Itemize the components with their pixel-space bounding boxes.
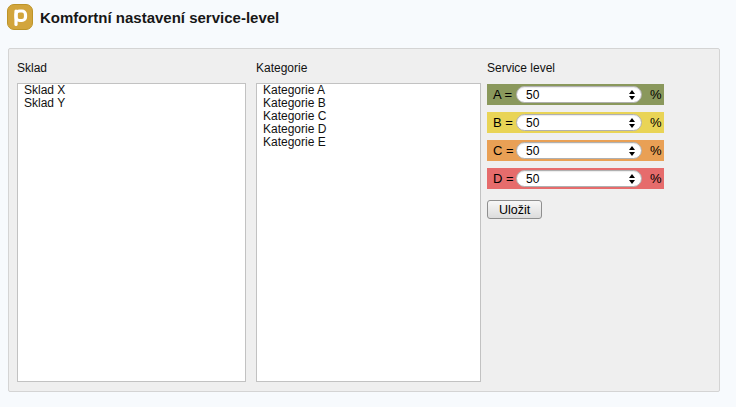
p-logo-icon <box>7 4 33 30</box>
stepper-up-icon[interactable] <box>629 118 635 122</box>
service-value-field <box>516 142 642 159</box>
service-level-label: Service level <box>487 61 669 75</box>
service-level-row: C = % <box>487 140 664 161</box>
page-title: Komfortní nastavení service-level <box>40 9 279 26</box>
stepper-down-icon[interactable] <box>629 96 635 100</box>
service-level-row-label: C = <box>493 143 516 158</box>
stepper-up-icon[interactable] <box>629 90 635 94</box>
percent-label: % <box>650 87 662 102</box>
service-value-field <box>516 114 642 131</box>
value-stepper[interactable] <box>629 171 635 186</box>
header: Komfortní nastavení service-level <box>7 4 279 30</box>
service-level-row: A = % <box>487 84 664 105</box>
stepper-up-icon[interactable] <box>629 146 635 150</box>
kategorie-listbox[interactable]: Kategorie A Kategorie B Kategorie C Kate… <box>256 83 481 382</box>
stepper-down-icon[interactable] <box>629 124 635 128</box>
percent-label: % <box>650 115 662 130</box>
save-button[interactable]: Uložit <box>487 200 542 219</box>
stepper-up-icon[interactable] <box>629 174 635 178</box>
percent-label: % <box>650 143 662 158</box>
value-stepper[interactable] <box>629 143 635 158</box>
service-level-row-label: D = <box>493 171 516 186</box>
sklad-list-item[interactable]: Sklad Y <box>18 97 245 110</box>
stepper-down-icon[interactable] <box>629 152 635 156</box>
service-level-rows: A = % B = <box>487 84 669 196</box>
service-level-row-label: A = <box>493 87 516 102</box>
service-value-input[interactable] <box>517 116 618 130</box>
settings-panel: Sklad Sklad X Sklad Y Kategorie Kategori… <box>8 48 720 392</box>
sklad-label: Sklad <box>17 61 246 75</box>
service-level-row-label: B = <box>493 115 516 130</box>
service-level-row: B = % <box>487 112 664 133</box>
service-value-field <box>516 86 642 103</box>
sklad-column: Sklad Sklad X Sklad Y <box>17 61 246 382</box>
service-value-field <box>516 170 642 187</box>
kategorie-list-item[interactable]: Kategorie E <box>257 136 480 149</box>
value-stepper[interactable] <box>629 115 635 130</box>
service-value-input[interactable] <box>517 144 618 158</box>
kategorie-column: Kategorie Kategorie A Kategorie B Katego… <box>256 61 481 382</box>
service-value-input[interactable] <box>517 88 618 102</box>
service-level-column: Service level A = % B = <box>487 61 669 219</box>
sklad-listbox[interactable]: Sklad X Sklad Y <box>17 83 246 382</box>
percent-label: % <box>650 171 662 186</box>
kategorie-label: Kategorie <box>256 61 481 75</box>
service-value-input[interactable] <box>517 172 618 186</box>
stepper-down-icon[interactable] <box>629 180 635 184</box>
value-stepper[interactable] <box>629 87 635 102</box>
service-level-row: D = % <box>487 168 664 189</box>
